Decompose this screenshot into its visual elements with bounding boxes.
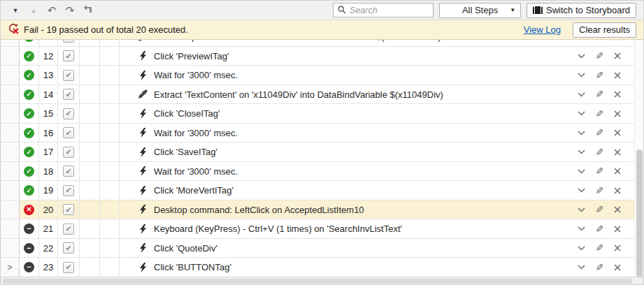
edit-step-icon[interactable]: ✎ — [592, 241, 606, 255]
redo-icon[interactable]: ↷ — [61, 1, 79, 20]
delete-step-icon[interactable] — [610, 107, 624, 121]
table-row[interactable]: ✓ 15 ✔ Click 'CloseITag' ✎ — [1, 104, 634, 124]
row-indicator-cell[interactable] — [1, 66, 20, 85]
expand-step-icon[interactable] — [574, 68, 588, 82]
row-indicator-cell[interactable] — [1, 47, 20, 66]
row-indicator-cell[interactable] — [1, 239, 20, 258]
horizontal-scrollbar-thumb[interactable] — [3, 279, 632, 284]
expand-step-icon[interactable] — [574, 49, 588, 63]
table-row[interactable]: > − 23 ✔ Click 'BUTTONTag' ✎ — [1, 258, 634, 277]
step-enabled-checkbox[interactable]: ✔ — [63, 204, 74, 215]
step-enabled-checkbox[interactable]: ✔ — [63, 89, 74, 100]
step-description-cell[interactable]: Wait for '3000' msec. — [120, 66, 574, 85]
step-description-cell[interactable]: Click 'MoreVertITag' — [120, 181, 574, 200]
step-enabled-checkbox[interactable]: ✔ — [63, 50, 74, 61]
search-input[interactable]: Search — [333, 3, 434, 17]
edit-step-icon[interactable]: ✎ — [592, 203, 606, 217]
row-indicator-cell[interactable] — [1, 162, 20, 181]
edit-step-icon[interactable]: ✎ — [592, 126, 606, 140]
delete-step-icon[interactable] — [610, 222, 624, 236]
step-enabled-checkbox[interactable]: ✔ — [63, 40, 74, 43]
delete-step-icon[interactable] — [610, 184, 624, 198]
row-indicator-cell[interactable] — [1, 104, 20, 123]
edit-step-icon[interactable]: ✎ — [592, 68, 606, 82]
table-row[interactable]: ✓ 19 ✔ Click 'MoreVertITag' ✎ — [1, 181, 634, 200]
step-enabled-checkbox[interactable]: ✔ — [63, 147, 74, 158]
row-indicator-cell[interactable] — [1, 142, 20, 161]
row-indicator-cell[interactable] — [1, 219, 20, 238]
step-enabled-checkbox[interactable]: ✔ — [63, 185, 74, 196]
delete-step-icon[interactable] — [610, 164, 624, 178]
edit-step-icon[interactable]: ✎ — [592, 261, 606, 275]
expand-step-icon[interactable] — [574, 107, 588, 121]
step-description-cell[interactable]: Desktop command: LeftClick on AcceptedLi… — [120, 200, 574, 219]
delete-step-icon[interactable] — [610, 68, 624, 82]
step-description-cell[interactable]: Click 'SaveITag' — [120, 142, 574, 161]
table-row[interactable]: ✓ 16 ✔ Wait for '3000' msec. ✎ — [1, 124, 634, 143]
row-indicator-cell[interactable] — [1, 200, 20, 219]
expand-step-icon[interactable] — [574, 261, 588, 275]
table-row[interactable]: − 22 ✔ Click 'QuoteDiv' ✎ — [1, 239, 634, 258]
horizontal-scrollbar[interactable] — [1, 277, 643, 284]
move-step-up-icon[interactable]: ▲ — [24, 1, 43, 20]
delete-step-icon[interactable] — [610, 49, 624, 63]
edit-step-icon[interactable]: ✎ — [592, 164, 606, 178]
expand-step-icon[interactable] — [574, 126, 588, 140]
reorder-steps-icon[interactable] — [79, 1, 97, 20]
step-description-cell[interactable]: Click 'CloseITag' — [120, 104, 574, 123]
row-indicator-cell[interactable] — [1, 124, 20, 142]
step-enabled-checkbox[interactable]: ✔ — [63, 262, 74, 273]
edit-step-icon[interactable]: ✎ — [592, 40, 606, 44]
table-row[interactable]: ✓ 11 ✔ Extract input 'TxtTotalText' Valu… — [1, 40, 634, 47]
row-indicator-cell[interactable] — [1, 181, 20, 200]
table-row[interactable]: ✓ 17 ✔ Click 'SaveITag' ✎ — [1, 142, 634, 162]
expand-step-icon[interactable] — [574, 145, 588, 159]
edit-step-icon[interactable]: ✎ — [592, 222, 606, 236]
table-row[interactable]: − 21 ✔ Keyboard (KeyPress) - Ctrl+V (1 t… — [1, 219, 634, 239]
view-log-link[interactable]: View Log — [524, 24, 561, 35]
delete-step-icon[interactable] — [610, 87, 624, 101]
table-row[interactable]: ✕ 20 ✔ Desktop command: LeftClick on Acc… — [1, 200, 634, 220]
undo-icon[interactable]: ↶ — [43, 1, 61, 20]
step-description-cell[interactable]: Extract input 'TxtTotalText' Value into … — [120, 40, 574, 46]
step-description-cell[interactable]: Click 'PreviewITag' — [120, 47, 574, 66]
delete-step-icon[interactable] — [610, 203, 624, 217]
edit-step-icon[interactable]: ✎ — [592, 87, 606, 101]
clear-results-button[interactable]: Clear results — [573, 22, 636, 38]
step-description-cell[interactable]: Click 'BUTTONTag' — [120, 258, 574, 277]
table-row[interactable]: ✓ 12 ✔ Click 'PreviewITag' ✎ — [1, 47, 634, 66]
table-row[interactable]: ✓ 18 ✔ Wait for '3000' msec. ✎ — [1, 162, 634, 182]
delete-step-icon[interactable] — [610, 261, 624, 275]
expand-step-icon[interactable] — [574, 241, 588, 255]
step-enabled-checkbox[interactable]: ✔ — [63, 242, 74, 254]
row-indicator-cell[interactable] — [1, 85, 20, 104]
table-row[interactable]: ✓ 13 ✔ Wait for '3000' msec. ✎ — [1, 66, 634, 85]
edit-step-icon[interactable]: ✎ — [592, 184, 606, 198]
step-enabled-checkbox[interactable]: ✔ — [63, 70, 74, 81]
step-description-cell[interactable]: Keyboard (KeyPress) - Ctrl+V (1 times) o… — [120, 219, 574, 238]
step-description-cell[interactable]: Wait for '3000' msec. — [120, 124, 574, 142]
vertical-scrollbar-thumb[interactable] — [636, 149, 643, 277]
table-row[interactable]: ✓ 14 ✔ Extract 'TextContent' on 'x11049D… — [1, 85, 634, 105]
step-description-cell[interactable]: Wait for '3000' msec. — [120, 162, 574, 181]
delete-step-icon[interactable] — [610, 241, 624, 255]
step-enabled-checkbox[interactable]: ✔ — [63, 224, 74, 235]
switch-to-storyboard-button[interactable]: Switch to Storyboard — [527, 3, 636, 18]
step-description-cell[interactable]: Extract 'TextContent' on 'x11049Div' int… — [120, 85, 574, 104]
expand-step-icon[interactable] — [574, 87, 588, 101]
delete-step-icon[interactable] — [610, 145, 624, 159]
step-enabled-checkbox[interactable]: ✔ — [63, 127, 74, 138]
expand-step-icon[interactable] — [574, 203, 588, 217]
step-filter-dropdown[interactable]: All Steps ▼ — [439, 3, 521, 18]
step-description-cell[interactable]: Click 'QuoteDiv' — [120, 239, 574, 258]
move-step-down-icon[interactable]: ▼ — [6, 1, 24, 20]
edit-step-icon[interactable]: ✎ — [592, 145, 606, 159]
edit-step-icon[interactable]: ✎ — [592, 107, 606, 121]
vertical-scrollbar[interactable] — [634, 40, 643, 277]
expand-step-icon[interactable] — [574, 184, 588, 198]
step-enabled-checkbox[interactable]: ✔ — [63, 108, 74, 119]
delete-step-icon[interactable] — [610, 40, 624, 44]
expand-step-icon[interactable] — [574, 40, 588, 44]
row-indicator-cell[interactable]: > — [1, 258, 20, 277]
expand-step-icon[interactable] — [574, 222, 588, 236]
